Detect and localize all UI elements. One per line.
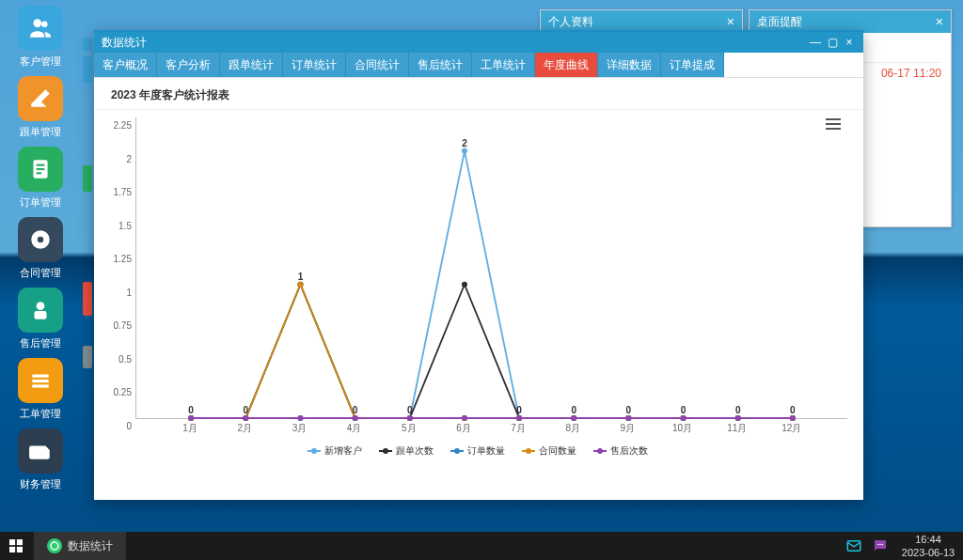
task-label: 数据统计 [68,538,113,554]
svg-rect-9 [32,380,48,382]
stats-window: 数据统计 — ▢ × 客户概况客户分析跟单统计订单统计合同统计售后统计工单统计年… [94,30,863,500]
tab[interactable]: 年度曲线 [535,53,598,77]
svg-point-5 [38,237,44,243]
dock-label: 售后管理 [8,336,73,350]
tab[interactable]: 订单统计 [283,53,346,77]
svg-point-63 [407,415,413,421]
tab[interactable]: 客户概况 [94,53,157,77]
close-icon[interactable]: × [841,36,858,49]
svg-rect-73 [9,547,15,552]
tab[interactable]: 订单提成 [661,53,724,77]
svg-rect-10 [32,384,48,387]
svg-rect-72 [17,539,23,545]
svg-point-66 [571,415,576,421]
svg-point-59 [188,415,194,421]
svg-point-67 [625,415,631,421]
window-titlebar[interactable]: 数据统计 — ▢ × [94,32,863,53]
svg-point-77 [877,544,879,546]
dock-item[interactable]: 合同管理 [8,217,73,280]
window-title: 数据统计 [102,35,147,51]
tab[interactable]: 合同统计 [346,53,409,77]
svg-point-68 [681,415,687,421]
close-icon[interactable]: × [727,14,734,29]
profile-title: 个人资料 [548,14,593,30]
svg-rect-8 [32,375,48,378]
mail-icon[interactable] [841,532,867,560]
svg-point-78 [879,544,881,546]
dock-label: 订单管理 [8,195,73,210]
taskbar-clock[interactable]: 16:44 2023-06-13 [893,533,963,559]
dock-label: 跟单管理 [8,125,73,139]
minimize-icon[interactable]: — [807,36,824,49]
svg-point-60 [243,415,248,421]
legend-item[interactable]: 订单数量 [450,444,505,458]
start-button[interactable] [0,532,32,560]
dock-item[interactable]: 财务管理 [8,428,73,491]
dock-item[interactable]: 订单管理 [8,147,73,210]
tab[interactable]: 客户分析 [157,53,220,77]
svg-point-16 [462,148,467,154]
tab-bar: 客户概况客户分析跟单统计订单统计合同统计售后统计工单统计年度曲线详细数据订单提成 [94,53,863,78]
svg-rect-2 [37,168,45,170]
chart-title: 2023 年度客户统计报表 [94,78,863,110]
svg-point-75 [51,542,58,550]
taskbar: 数据统计 16:44 2023-06-13 [0,532,963,560]
maximize-icon[interactable]: ▢ [824,36,841,49]
dock-item[interactable]: 跟单管理 [8,76,73,139]
app-dock: 客户管理跟单管理订单管理合同管理售后管理工单管理财务管理 [0,0,81,536]
dock-label: 财务管理 [8,477,73,491]
close-icon[interactable]: × [936,14,943,29]
task-icon [47,538,62,553]
chart: 00.250.50.7511.251.51.7522.25 0010020000… [102,110,854,486]
tab[interactable]: 跟单统计 [220,53,283,77]
svg-point-70 [790,415,796,421]
dock-item[interactable]: 工单管理 [8,358,73,421]
svg-point-69 [735,415,741,421]
svg-rect-7 [35,311,47,319]
chat-icon[interactable] [867,532,893,560]
dock-item[interactable]: 售后管理 [8,288,73,350]
svg-rect-71 [9,539,15,545]
tab[interactable]: 工单统计 [472,53,535,77]
svg-point-6 [37,302,45,310]
dock-item[interactable]: 客户管理 [8,6,73,69]
dock-label: 工单管理 [8,407,73,421]
legend-item[interactable]: 合同数量 [522,444,576,458]
legend-item[interactable]: 售后次数 [593,444,648,458]
tab[interactable]: 售后统计 [409,53,472,77]
svg-point-79 [882,544,884,546]
taskbar-task[interactable]: 数据统计 [34,532,126,560]
svg-rect-74 [17,547,23,552]
tab[interactable]: 详细数据 [598,53,661,77]
svg-point-61 [297,415,303,421]
svg-rect-1 [37,164,45,166]
svg-point-49 [297,282,303,288]
svg-point-28 [462,282,467,288]
svg-rect-3 [37,172,41,174]
svg-point-62 [353,415,358,421]
legend-item[interactable]: 新增客户 [308,444,362,458]
dock-label: 合同管理 [8,266,73,280]
svg-point-64 [462,415,467,421]
svg-point-65 [516,415,522,421]
chart-legend: 新增客户跟单次数订单数量合同数量售后次数 [102,444,854,458]
reminder-title: 桌面提醒 [757,14,802,30]
dock-label: 客户管理 [8,54,73,69]
legend-item[interactable]: 跟单次数 [379,444,434,458]
